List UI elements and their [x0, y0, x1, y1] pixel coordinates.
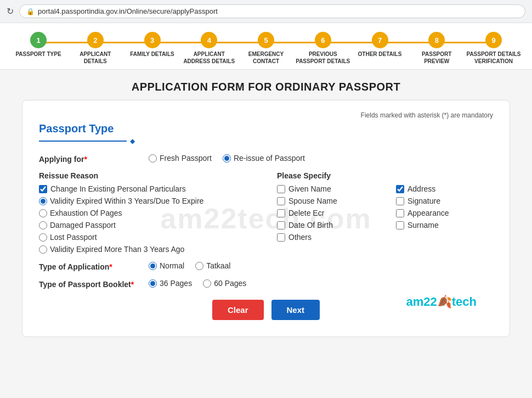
reason-damaged-input[interactable] — [39, 221, 47, 229]
application-type-label: Type of Application* — [39, 261, 149, 271]
application-type-options: Normal Tatkaal — [149, 261, 230, 270]
applying-for-options: Fresh Passport Re-issue of Passport — [149, 154, 305, 162]
radio-normal-label: Normal — [160, 261, 184, 270]
form-content: Fields marked with asterisk (*) are mand… — [39, 111, 493, 320]
specify-appearance-input[interactable] — [396, 209, 404, 217]
radio-reissue-input[interactable] — [223, 154, 231, 162]
radio-normal[interactable]: Normal — [149, 261, 184, 270]
specify-others-input[interactable] — [277, 233, 285, 242]
specify-date-of-birth[interactable]: Date Of Birth — [277, 221, 374, 229]
specify-date-of-birth-input[interactable] — [277, 221, 285, 229]
lock-icon: 🔒 — [26, 8, 35, 15]
reason-change-personal[interactable]: Change In Existing Personal Particulars — [39, 184, 255, 193]
specify-others[interactable]: Others — [277, 233, 374, 242]
url-text: portal4.passportindia.gov.in/Online/secu… — [38, 7, 218, 15]
step-label-5: EMERGENCY CONTACT — [239, 51, 293, 65]
specify-grid: Given Name Address Spouse Name Signature — [277, 184, 493, 242]
specify-address-label: Address — [408, 184, 435, 193]
radio-tatkaal[interactable]: Tatkaal — [195, 261, 230, 270]
specify-spouse-name[interactable]: Spouse Name — [277, 197, 374, 205]
step-circle-1: 1 — [30, 32, 47, 48]
step-6[interactable]: 6 PREVIOUS PASSPORT DETAILS — [296, 32, 350, 65]
specify-appearance[interactable]: Appearance — [396, 209, 493, 217]
brand-leaf: 🍂 — [437, 295, 452, 309]
passport-booklet-options: 36 Pages 60 Pages — [149, 279, 246, 288]
radio-tatkaal-label: Tatkaal — [206, 261, 230, 270]
specify-delete-ecr[interactable]: Delete Ecr — [277, 209, 374, 217]
step-circle-3: 3 — [144, 32, 161, 48]
specify-delete-ecr-input[interactable] — [277, 209, 285, 217]
step-7[interactable]: 7 OTHER DETAILS — [353, 32, 408, 58]
reason-validity-expired[interactable]: Validity Expired Within 3 Years/Due To E… — [39, 197, 255, 205]
passport-booklet-label: Type of Passport Booklet* — [39, 279, 149, 289]
step-5[interactable]: 5 EMERGENCY CONTACT — [239, 32, 293, 65]
specify-appearance-label: Appearance — [408, 209, 449, 217]
reason-exhaustion-input[interactable] — [39, 209, 47, 217]
reason-validity-expired-input[interactable] — [39, 197, 47, 205]
step-3[interactable]: 3 FAMILY DETAILS — [125, 32, 180, 58]
please-specify-title: Please Specify — [277, 171, 493, 180]
reissue-reason-col: Reissue Reason Change In Existing Person… — [39, 171, 255, 254]
branding: am22🍂tech — [406, 295, 477, 309]
reissue-reason-group: Change In Existing Personal Particulars … — [39, 184, 255, 254]
form-container: am22tech.com Fields marked with asterisk… — [22, 100, 510, 337]
radio-36pages[interactable]: 36 Pages — [149, 279, 192, 288]
reason-validity-3years[interactable]: Validity Expired More Than 3 Years Ago — [39, 245, 255, 254]
step-2[interactable]: 2 APPLICANT DETAILS — [68, 32, 123, 65]
specify-given-name-input[interactable] — [277, 185, 285, 193]
radio-fresh-passport[interactable]: Fresh Passport — [149, 154, 212, 162]
reason-lost[interactable]: Lost Passport — [39, 233, 255, 242]
step-label-3: FAMILY DETAILS — [130, 51, 174, 58]
specify-address[interactable]: Address — [396, 184, 493, 193]
step-4[interactable]: 4 APPLICANT ADDRESS DETAILS — [182, 32, 236, 65]
clear-button[interactable]: Clear — [212, 300, 264, 320]
radio-normal-input[interactable] — [149, 262, 157, 270]
brand-text-2: tech — [452, 295, 477, 309]
radio-fresh-input[interactable] — [149, 154, 157, 162]
radio-tatkaal-input[interactable] — [195, 262, 203, 270]
reason-change-personal-input[interactable] — [39, 185, 47, 193]
step-label-7: OTHER DETAILS — [358, 51, 402, 58]
reason-section: Reissue Reason Change In Existing Person… — [39, 171, 493, 254]
reason-change-personal-label: Change In Existing Personal Particulars — [50, 184, 186, 193]
specify-given-name[interactable]: Given Name — [277, 184, 374, 193]
reason-damaged[interactable]: Damaged Passport — [39, 221, 255, 229]
next-button[interactable]: Next — [271, 300, 320, 320]
refresh-icon[interactable]: ↻ — [7, 6, 14, 16]
progress-bar: 1 PASSPORT TYPE 2 APPLICANT DETAILS 3 FA… — [0, 23, 532, 70]
applying-for-label: Applying for* — [39, 154, 149, 164]
reason-lost-input[interactable] — [39, 233, 47, 242]
required-asterisk: * — [84, 155, 87, 164]
specify-surname[interactable]: Surname — [396, 221, 493, 229]
section-divider: ◆ — [39, 137, 493, 145]
step-circle-7: 7 — [372, 32, 388, 48]
step-label-6: PREVIOUS PASSPORT DETAILS — [296, 51, 350, 65]
step-circle-8: 8 — [428, 32, 445, 48]
step-circle-6: 6 — [315, 32, 331, 48]
reason-exhaustion[interactable]: Exhaustion Of Pages — [39, 209, 255, 217]
step-label-9: PASSPORT DETAILS VERIFICATION — [466, 51, 521, 65]
specify-signature-label: Signature — [408, 197, 440, 205]
step-1[interactable]: 1 PASSPORT TYPE — [11, 32, 66, 58]
divider-line — [39, 141, 127, 142]
radio-60pages-input[interactable] — [203, 279, 211, 288]
radio-60pages-label: 60 Pages — [214, 279, 246, 288]
specify-signature-input[interactable] — [396, 197, 404, 205]
radio-36pages-input[interactable] — [149, 279, 157, 288]
radio-60pages[interactable]: 60 Pages — [203, 279, 246, 288]
step-circle-2: 2 — [87, 32, 104, 48]
specify-signature[interactable]: Signature — [396, 197, 493, 205]
reason-validity-3years-input[interactable] — [39, 245, 47, 254]
address-bar: 🔒 portal4.passportindia.gov.in/Online/se… — [19, 4, 525, 18]
specify-given-name-label: Given Name — [288, 184, 331, 193]
radio-fresh-label: Fresh Passport — [160, 154, 212, 162]
step-circle-5: 5 — [258, 32, 274, 48]
radio-reissue-passport[interactable]: Re-issue of Passport — [223, 154, 305, 162]
specify-surname-input[interactable] — [396, 221, 404, 229]
specify-address-input[interactable] — [396, 185, 404, 193]
step-label-2: APPLICANT DETAILS — [68, 51, 123, 65]
specify-spouse-name-input[interactable] — [277, 197, 285, 205]
step-8[interactable]: 8 PASSPORT PREVIEW — [409, 32, 464, 65]
step-label-1: PASSPORT TYPE — [15, 51, 61, 58]
step-9[interactable]: 9 PASSPORT DETAILS VERIFICATION — [466, 32, 521, 65]
